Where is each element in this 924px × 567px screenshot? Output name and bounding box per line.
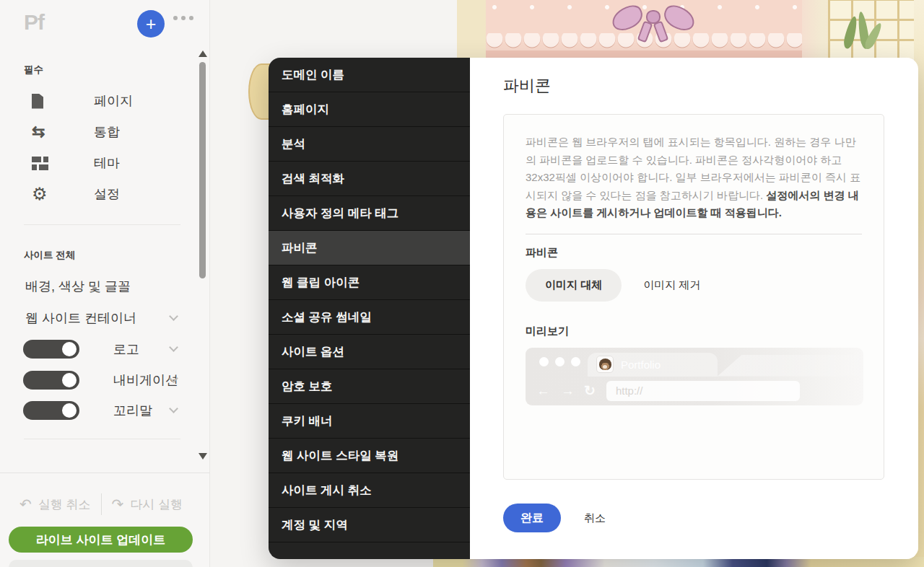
artwork-window: [828, 0, 924, 59]
more-options-icon[interactable]: [173, 16, 193, 20]
update-live-site-button[interactable]: 라이브 사이트 업데이트: [9, 527, 193, 553]
chevron-down-icon[interactable]: [169, 404, 178, 413]
ghost-tab: [718, 355, 862, 377]
menu-item-restore-website-style[interactable]: 웹 사이트 스타일 복원: [269, 439, 470, 473]
theme-icon: [32, 157, 51, 170]
menu-item-favicon[interactable]: 파비콘: [269, 231, 470, 265]
menu-item-account-and-region[interactable]: 계정 및 지역: [269, 508, 470, 542]
artwork-hair: [248, 63, 270, 120]
back-arrow-icon: ←: [536, 383, 550, 399]
redo-button[interactable]: ↷ 다시 실행: [112, 496, 183, 513]
favicon-settings-box: 파비콘은 웹 브라우저의 탭에 표시되는 항목입니다. 원하는 경우 나만의 파…: [503, 114, 884, 480]
menu-item-web-clip-icon[interactable]: 웹 클립 아이콘: [269, 265, 470, 300]
url-bar: http://: [606, 381, 800, 401]
sidebar: Pf + 필수 페이지 ⇆ 통합 테마 ⚙ 설정 사이트 전체 배경, 색상 및…: [0, 0, 210, 567]
background-artwork-top: [457, 0, 924, 59]
preview-label: 미리보기: [526, 325, 862, 338]
tab-title: Portfolio: [621, 359, 661, 371]
add-button[interactable]: +: [137, 10, 165, 38]
divider: [24, 439, 180, 439]
menu-item-password-protection[interactable]: 암호 보호: [269, 369, 470, 404]
menu-item-analytics[interactable]: 분석: [269, 127, 470, 162]
menu-item-social-share-thumbnail[interactable]: 소셜 공유 썸네일: [269, 300, 470, 335]
traffic-light-dots: [539, 357, 580, 366]
settings-menu: 도메인 이름 홈페이지 분석 검색 최적화 사용자 정의 메타 태그 파비콘 웹…: [269, 58, 470, 559]
divider: [101, 493, 102, 515]
section-site-wide: 사이트 전체: [24, 249, 75, 262]
undo-redo-bar: ↶ 실행 취소 ↷ 다시 실행: [0, 493, 202, 515]
divider: [0, 472, 210, 473]
forward-arrow-icon: →: [561, 383, 575, 399]
sidebar-item-footer: 꼬리말: [0, 400, 188, 421]
divider: [526, 234, 862, 234]
chevron-down-icon: [169, 312, 178, 321]
navigation-toggle[interactable]: [23, 371, 79, 390]
refresh-icon: ↻: [584, 382, 596, 399]
app-logo: Pf: [24, 10, 44, 35]
menu-item-cookie-banner[interactable]: 쿠키 배너: [269, 404, 470, 439]
undo-button[interactable]: ↶ 실행 취소: [19, 496, 91, 513]
done-button[interactable]: 완료: [503, 504, 561, 532]
menu-item-seo[interactable]: 검색 최적화: [269, 162, 470, 196]
artwork-ribbon-bow: [610, 0, 697, 45]
menu-item-unpublish-site[interactable]: 사이트 게시 취소: [269, 473, 470, 508]
footer-toggle[interactable]: [23, 401, 79, 420]
menu-item-custom-meta-tags[interactable]: 사용자 정의 메타 태그: [269, 196, 470, 231]
favicon-actions: 이미지 대체 이미지 제거: [526, 269, 862, 302]
secondary-bottom-button[interactable]: [9, 560, 193, 567]
panel-footer: 완료 취소: [503, 504, 606, 532]
redo-icon: ↷: [112, 496, 124, 513]
integrations-icon: ⇆: [32, 125, 51, 139]
favicon-preview: [596, 356, 614, 373]
cancel-button[interactable]: 취소: [584, 511, 606, 525]
remove-image-button[interactable]: 이미지 제거: [643, 278, 700, 292]
menu-item-domain-name[interactable]: 도메인 이름: [269, 58, 470, 92]
logo-toggle[interactable]: [23, 340, 79, 359]
menu-item-homepage[interactable]: 홈페이지: [269, 92, 470, 127]
sidebar-item-navigation: 내비게이션: [0, 369, 188, 391]
scroll-up-arrow[interactable]: [199, 50, 207, 57]
settings-modal: 도메인 이름 홈페이지 분석 검색 최적화 사용자 정의 메타 태그 파비콘 웹…: [269, 58, 918, 559]
favicon-panel: 파비콘 파비콘은 웹 브라우저의 탭에 표시되는 항목입니다. 원하는 경우 나…: [470, 58, 918, 559]
sidebar-item-pages[interactable]: 페이지: [0, 90, 188, 112]
browser-toolbar: ← → ↻ http://: [526, 377, 863, 405]
favicon-image: [599, 359, 611, 370]
menu-item-site-options[interactable]: 사이트 옵션: [269, 335, 470, 369]
sidebar-item-theme[interactable]: 테마: [0, 152, 188, 174]
sidebar-item-background-colors-fonts[interactable]: 배경, 색상 및 글꼴: [0, 276, 188, 297]
favicon-description: 파비콘은 웹 브라우저의 탭에 표시되는 항목입니다. 원하는 경우 나만의 파…: [526, 133, 862, 222]
scroll-down-arrow[interactable]: [199, 453, 207, 460]
sidebar-item-settings[interactable]: ⚙ 설정: [0, 183, 188, 205]
favicon-field-label: 파비콘: [526, 246, 862, 260]
browser-tab: Portfolio: [588, 353, 718, 377]
chevron-down-icon[interactable]: [169, 343, 178, 352]
sidebar-item-logo: 로고: [0, 338, 188, 360]
page-icon: [32, 94, 51, 109]
section-required: 필수: [24, 63, 43, 76]
replace-image-button[interactable]: 이미지 대체: [526, 269, 622, 302]
divider: [24, 224, 180, 225]
page-title: 파비콘: [503, 75, 551, 97]
browser-preview: Portfolio ← → ↻ http://: [526, 348, 863, 405]
undo-icon: ↶: [19, 496, 32, 513]
sidebar-scrollbar[interactable]: [199, 62, 206, 278]
sidebar-item-integrations[interactable]: ⇆ 통합: [0, 121, 188, 143]
app-window: Pf + 필수 페이지 ⇆ 통합 테마 ⚙ 설정 사이트 전체 배경, 색상 및…: [0, 0, 924, 567]
sidebar-item-website-container[interactable]: 웹 사이트 컨테이너: [0, 307, 188, 329]
gear-icon: ⚙: [32, 186, 51, 202]
